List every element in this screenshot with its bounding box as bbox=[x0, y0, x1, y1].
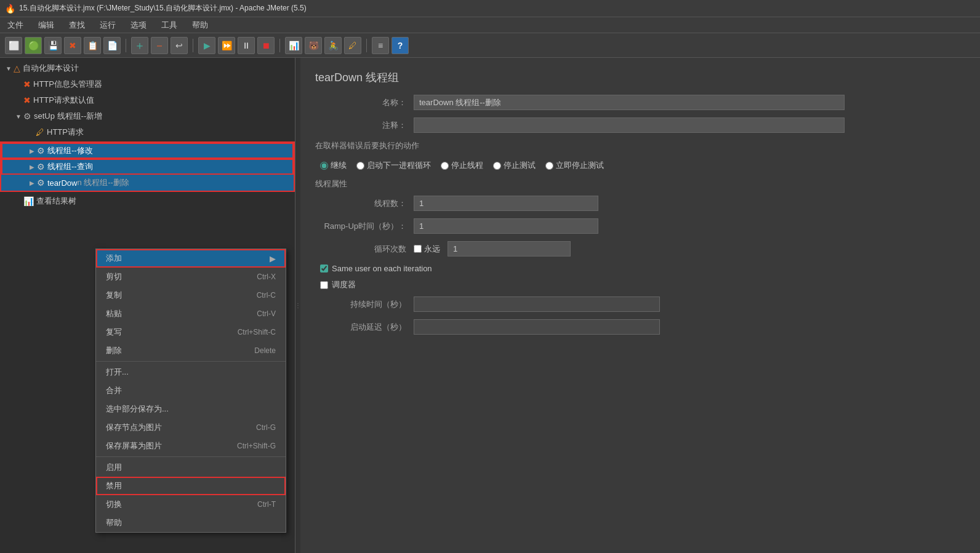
same-user-label: Same user on each iteration bbox=[332, 264, 432, 273]
ctx-duplicate-shortcut: Ctrl+Shift-C bbox=[238, 328, 276, 336]
ctx-paste[interactable]: 粘贴 Ctrl-V bbox=[96, 304, 286, 323]
ctx-save-node-img-label: 保存节点为图片 bbox=[106, 422, 162, 433]
toolbar-menu-btn[interactable]: ≡ bbox=[372, 37, 389, 54]
toolbar-stop-btn[interactable]: ⏹ bbox=[257, 37, 275, 54]
toolbar-start-nopause-btn[interactable]: ⏩ bbox=[218, 37, 235, 54]
toolbar-remove-btn[interactable]: － bbox=[151, 37, 168, 54]
tree-item-teardown[interactable]: ▶ ⚙ tearDow n 线程组--删除 bbox=[1, 175, 294, 191]
ctx-copy[interactable]: 复制 Ctrl-C bbox=[96, 286, 286, 304]
forever-checkbox[interactable] bbox=[414, 245, 422, 253]
ctx-enable[interactable]: 启用 bbox=[96, 458, 286, 477]
ctx-cut[interactable]: 剪切 Ctrl-X bbox=[96, 268, 286, 286]
radio-stop-test-now-input[interactable] bbox=[545, 162, 553, 170]
comment-label: 注释： bbox=[315, 120, 414, 131]
radio-stop-test[interactable]: 停止测试 bbox=[493, 160, 536, 171]
radio-stop-thread[interactable]: 停止线程 bbox=[441, 160, 483, 171]
tree-item-thread-modify[interactable]: ▶ ⚙ 线程组--修改 bbox=[1, 143, 294, 159]
loop-count-input[interactable] bbox=[448, 241, 571, 257]
radio-start-next[interactable]: 启动下一进程循环 bbox=[356, 160, 431, 171]
left-panel: ▼ △ 自动化脚本设计 ✖ HTTP信息头管理器 ✖ HTTP请求默认值 ▼ ⚙… bbox=[0, 58, 295, 553]
loop-count-label: 循环次数 bbox=[315, 244, 414, 255]
icon-root: △ bbox=[14, 63, 20, 73]
icon-http-header: ✖ bbox=[23, 79, 31, 89]
thread-count-label: 线程数： bbox=[315, 198, 414, 209]
start-delay-label: 启动延迟（秒） bbox=[315, 322, 414, 333]
menu-tools[interactable]: 工具 bbox=[159, 19, 180, 31]
ctx-add[interactable]: 添加 ▶ bbox=[96, 249, 286, 268]
radio-start-next-input[interactable] bbox=[356, 162, 364, 170]
toolbar-sep-1 bbox=[126, 39, 126, 52]
menu-bar: 文件 编辑 查找 运行 选项 工具 帮助 bbox=[0, 17, 980, 33]
tree-item-thread-query[interactable]: ▶ ⚙ 线程组--查询 bbox=[1, 159, 294, 175]
arrow-http-header bbox=[15, 81, 22, 88]
ctx-save-node-img[interactable]: 保存节点为图片 Ctrl-G bbox=[96, 418, 286, 437]
thread-count-input[interactable] bbox=[414, 196, 598, 211]
panel-divider[interactable]: ⋮ bbox=[295, 58, 300, 553]
toolbar-edit-btn[interactable]: 🖊 bbox=[344, 37, 361, 54]
ctx-paste-label: 粘贴 bbox=[106, 308, 122, 319]
radio-stop-thread-input[interactable] bbox=[441, 162, 449, 170]
toolbar-open-btn[interactable]: 🟢 bbox=[25, 37, 42, 54]
radio-stop-test-now[interactable]: 立即停止测试 bbox=[545, 160, 604, 171]
ctx-help[interactable]: 帮助 bbox=[96, 514, 286, 532]
toolbar-remote-btn[interactable]: 🐻 bbox=[305, 37, 322, 54]
ramp-up-input[interactable] bbox=[414, 218, 598, 234]
name-input[interactable] bbox=[414, 95, 845, 110]
toolbar-cut-btn[interactable]: ✖ bbox=[64, 37, 81, 54]
toolbar-help-btn[interactable]: ? bbox=[392, 37, 409, 54]
radio-stop-test-input[interactable] bbox=[493, 162, 501, 170]
scheduler-checkbox[interactable] bbox=[320, 281, 328, 289]
ctx-save-selection[interactable]: 选中部分保存为... bbox=[96, 400, 286, 418]
toolbar-paste-btn[interactable]: 📄 bbox=[103, 37, 121, 54]
menu-options[interactable]: 选项 bbox=[128, 19, 149, 31]
context-menu: 添加 ▶ 剪切 Ctrl-X 复制 Ctrl-C 粘贴 Ctrl-V 复写 Ct… bbox=[95, 249, 286, 533]
label-teardown: tearDow bbox=[47, 178, 77, 188]
error-actions-group: 继续 启动下一进程循环 停止线程 停止测试 立即停止测试 bbox=[315, 160, 965, 171]
radio-continue[interactable]: 继续 bbox=[320, 160, 347, 171]
tree-item-http-header[interactable]: ✖ HTTP信息头管理器 bbox=[0, 76, 295, 92]
ctx-open[interactable]: 打开... bbox=[96, 363, 286, 381]
menu-edit[interactable]: 编辑 bbox=[36, 19, 57, 31]
same-user-checkbox[interactable] bbox=[320, 265, 328, 273]
arrow-thread-modify: ▶ bbox=[28, 147, 36, 154]
start-delay-input[interactable] bbox=[414, 319, 660, 335]
toolbar-pause-btn[interactable]: ⏸ bbox=[238, 37, 255, 54]
ctx-save-screen-img[interactable]: 保存屏幕为图片 Ctrl+Shift-G bbox=[96, 437, 286, 455]
radio-continue-input[interactable] bbox=[320, 162, 328, 170]
toolbar-add-btn[interactable]: ＋ bbox=[131, 37, 148, 54]
tree-item-http-default[interactable]: ✖ HTTP请求默认值 bbox=[0, 92, 295, 108]
toolbar-undo-btn[interactable]: ↩ bbox=[171, 37, 188, 54]
menu-find[interactable]: 查找 bbox=[66, 19, 87, 31]
menu-run[interactable]: 运行 bbox=[97, 19, 118, 31]
label-view-result: 查看结果树 bbox=[36, 196, 76, 207]
icon-teardown: ⚙ bbox=[37, 178, 45, 188]
toolbar-save-btn[interactable]: 💾 bbox=[44, 37, 62, 54]
toolbar-start-btn[interactable]: ▶ bbox=[198, 37, 215, 54]
ctx-duplicate[interactable]: 复写 Ctrl+Shift-C bbox=[96, 323, 286, 341]
label-teardown-suffix: n 线程组--删除 bbox=[77, 177, 129, 188]
tree-item-root[interactable]: ▼ △ 自动化脚本设计 bbox=[0, 60, 295, 76]
toolbar-sep-4 bbox=[366, 39, 367, 52]
ctx-disable[interactable]: 禁用 bbox=[96, 477, 286, 495]
toolbar-chart-btn[interactable]: 📊 bbox=[285, 37, 302, 54]
toolbar-remote2-btn[interactable]: 🚴 bbox=[324, 37, 342, 54]
ctx-copy-label: 复制 bbox=[106, 290, 122, 301]
comment-input[interactable] bbox=[414, 117, 845, 133]
ctx-toggle[interactable]: 切换 Ctrl-T bbox=[96, 495, 286, 514]
duration-input[interactable] bbox=[414, 296, 660, 312]
toolbar-sep-3 bbox=[279, 39, 280, 52]
arrow-http-request bbox=[27, 129, 34, 136]
toolbar-new-btn[interactable]: ⬜ bbox=[5, 37, 22, 54]
tree-item-http-request[interactable]: 🖊 HTTP请求 bbox=[0, 124, 295, 140]
ctx-merge[interactable]: 合并 bbox=[96, 381, 286, 400]
forever-label[interactable]: 永远 bbox=[414, 244, 440, 255]
tree-item-view-result[interactable]: 📊 查看结果树 bbox=[0, 193, 295, 209]
menu-help[interactable]: 帮助 bbox=[190, 19, 211, 31]
ctx-save-node-img-shortcut: Ctrl-G bbox=[256, 423, 276, 432]
app-icon: 🔥 bbox=[5, 4, 15, 14]
menu-file[interactable]: 文件 bbox=[5, 19, 26, 31]
toolbar-copy-btn[interactable]: 📋 bbox=[84, 37, 101, 54]
ctx-delete[interactable]: 删除 Delete bbox=[96, 341, 286, 360]
comment-row: 注释： bbox=[315, 117, 965, 133]
tree-item-setup-group[interactable]: ▼ ⚙ setUp 线程组--新增 bbox=[0, 108, 295, 124]
